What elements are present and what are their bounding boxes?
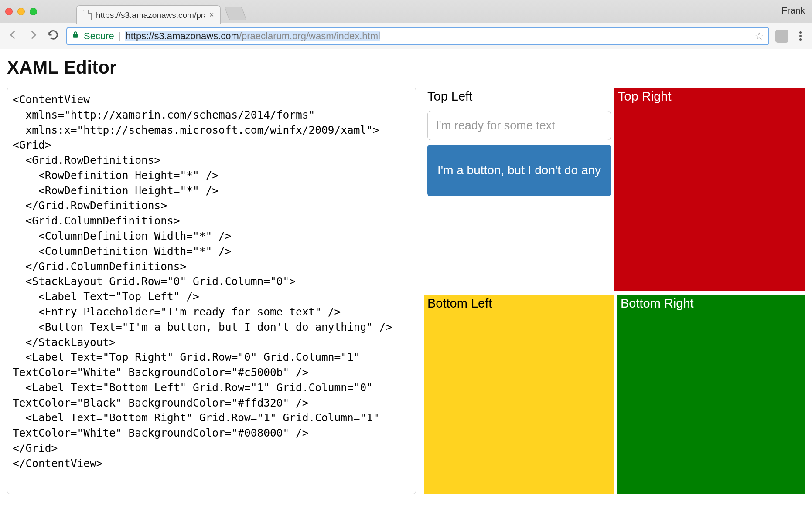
page-content: XAML Editor <ContentView xmlns="http://x… xyxy=(0,49,812,497)
bookmark-star-icon[interactable]: ☆ xyxy=(754,30,764,42)
close-tab-icon[interactable]: × xyxy=(209,10,214,20)
grid-cell-top-right: Top Right xyxy=(614,88,805,291)
preview-grid: Top Left I'm a button, but I don't do an… xyxy=(424,88,805,494)
reload-button[interactable] xyxy=(46,29,60,43)
address-divider: | xyxy=(119,31,121,42)
grid-cell-top-left: Top Left I'm a button, but I don't do an… xyxy=(424,88,614,291)
forward-button[interactable] xyxy=(26,29,40,43)
minimize-window-icon[interactable] xyxy=(17,8,25,15)
window-controls xyxy=(5,8,37,15)
bottom-right-label: Bottom Right xyxy=(621,296,802,311)
browser-toolbar: Secure | https://s3.amazonaws.com/praecl… xyxy=(0,23,812,49)
browser-chrome: https://s3.amazonaws.com/pra × Frank Sec… xyxy=(0,0,812,49)
secure-label: Secure xyxy=(84,31,114,42)
url-path: /praeclarum.org/wasm/index.html xyxy=(239,31,380,41)
close-window-icon[interactable] xyxy=(5,8,13,15)
bottom-left-label: Bottom Left xyxy=(427,296,611,311)
top-left-label: Top Left xyxy=(427,89,611,104)
tab-title: https://s3.amazonaws.com/pra xyxy=(96,10,205,20)
browser-tab[interactable]: https://s3.amazonaws.com/pra × xyxy=(76,5,221,24)
url-host: https://s3.amazonaws.com xyxy=(125,31,239,41)
address-bar[interactable]: Secure | https://s3.amazonaws.com/praecl… xyxy=(66,27,769,45)
maximize-window-icon[interactable] xyxy=(30,8,37,15)
page-title: XAML Editor xyxy=(7,57,805,78)
grid-cell-bottom-left: Bottom Left xyxy=(424,295,614,495)
tab-bar: https://s3.amazonaws.com/pra × Frank xyxy=(0,0,812,23)
url-text: https://s3.amazonaws.com/praeclarum.org/… xyxy=(125,31,380,42)
workspace: <ContentView xmlns="http://xamarin.com/s… xyxy=(7,88,805,497)
extension-icon[interactable] xyxy=(775,30,788,43)
kebab-menu-icon[interactable] xyxy=(795,31,806,41)
top-right-label: Top Right xyxy=(618,89,802,104)
file-icon xyxy=(83,10,92,20)
entry-input[interactable] xyxy=(427,111,611,140)
svg-rect-0 xyxy=(73,34,78,38)
new-tab-button[interactable] xyxy=(224,7,246,20)
profile-name[interactable]: Frank xyxy=(781,5,805,16)
xaml-code-editor[interactable]: <ContentView xmlns="http://xamarin.com/s… xyxy=(7,88,416,494)
grid-cell-bottom-right: Bottom Right xyxy=(617,295,805,495)
demo-button[interactable]: I'm a button, but I don't do any xyxy=(427,145,611,196)
lock-icon xyxy=(72,31,79,41)
back-button[interactable] xyxy=(6,29,20,43)
